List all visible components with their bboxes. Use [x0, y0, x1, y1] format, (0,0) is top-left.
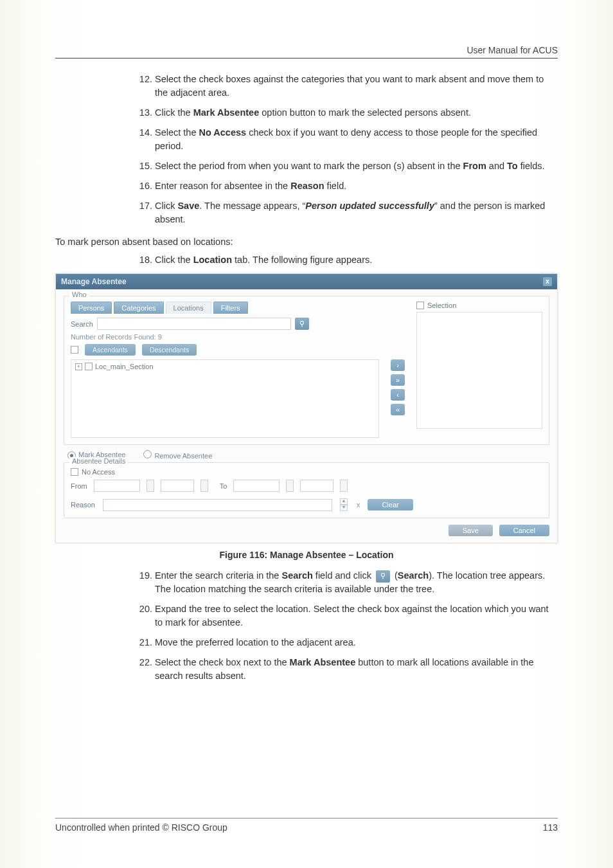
- t: field.: [324, 181, 347, 191]
- t: Expand the tree to select the location. …: [155, 604, 549, 628]
- who-fieldset: Who Persons Categories Locations Filters…: [64, 296, 549, 445]
- to-date-picker-icon[interactable]: [286, 480, 294, 492]
- b: Save: [177, 201, 199, 211]
- from-time-input[interactable]: [161, 480, 194, 492]
- step-19: Enter the search criteria in the Search …: [155, 569, 558, 596]
- tree-item-checkbox[interactable]: [85, 363, 93, 370]
- tab-persons[interactable]: Persons: [71, 302, 112, 314]
- search-icon: ⚲: [376, 570, 390, 583]
- step-21: Move the preferred location to the adjac…: [155, 636, 558, 649]
- b: No Access: [199, 127, 247, 138]
- reason-input[interactable]: [103, 499, 332, 511]
- close-icon[interactable]: x: [543, 277, 552, 286]
- absentee-details-fieldset: Absentee Details No Access From To: [64, 462, 549, 518]
- stepper-down-icon[interactable]: ▼: [340, 505, 348, 511]
- t: field and click: [313, 570, 374, 581]
- t: . The message appears, “: [199, 201, 305, 211]
- search-input[interactable]: [97, 318, 291, 330]
- b: Search: [398, 570, 429, 581]
- move-all-right-button[interactable]: »: [391, 374, 405, 386]
- step-12: Select the check boxes against the categ…: [155, 73, 558, 100]
- i: Person updated successfully: [305, 201, 434, 211]
- move-right-button[interactable]: ›: [391, 359, 405, 371]
- manage-absentee-window: Manage Absentee x Who Persons Categories…: [55, 273, 558, 543]
- t: Click the: [155, 255, 193, 265]
- search-label: Search: [71, 320, 93, 328]
- reason-stepper[interactable]: ▲ ▼: [340, 498, 348, 511]
- tab-categories[interactable]: Categories: [114, 302, 163, 314]
- from-date-input[interactable]: [94, 480, 140, 492]
- radio-label: Remove Absentee: [154, 452, 212, 460]
- tab-filters[interactable]: Filters: [213, 302, 248, 314]
- t: Click: [155, 201, 177, 211]
- ascendants-button[interactable]: Ascendants: [85, 344, 136, 356]
- to-time-stepper[interactable]: [340, 480, 348, 492]
- cancel-button[interactable]: Cancel: [499, 525, 549, 536]
- from-date-picker-icon[interactable]: [147, 480, 154, 492]
- step-16: Enter reason for absentee in the Reason …: [155, 179, 558, 193]
- save-button[interactable]: Save: [449, 525, 493, 536]
- t: Click the: [155, 107, 193, 118]
- footer-page-number: 113: [543, 822, 558, 833]
- transfer-arrows: › » ‹ «: [391, 302, 405, 438]
- to-label: To: [220, 482, 227, 490]
- expand-icon[interactable]: +: [75, 363, 82, 370]
- who-legend: Who: [69, 291, 89, 298]
- from-time-stepper[interactable]: [200, 480, 208, 492]
- figure-caption: Figure 116: Manage Absentee – Location: [55, 550, 558, 560]
- t: Select the period from when you want to …: [155, 161, 463, 171]
- selection-checkbox[interactable]: [416, 302, 424, 309]
- b: Search: [281, 570, 312, 581]
- step-13: Click the Mark Absentee option button to…: [155, 106, 558, 120]
- selection-list[interactable]: [416, 312, 542, 429]
- search-icon[interactable]: ⚲: [295, 318, 309, 330]
- move-left-button[interactable]: ‹: [391, 389, 405, 401]
- page-header: User Manual for ACUS: [55, 45, 558, 59]
- move-all-left-button[interactable]: «: [391, 404, 405, 415]
- para-locations: To mark person absent based on locations…: [55, 237, 558, 247]
- b: From: [463, 161, 486, 171]
- steps-19-22: Enter the search criteria in the Search …: [55, 569, 558, 683]
- t: Move the preferred location to the adjac…: [155, 637, 356, 647]
- to-date-input[interactable]: [233, 480, 280, 492]
- t: fields.: [518, 161, 545, 171]
- select-all-checkbox[interactable]: [71, 346, 78, 354]
- tree-item[interactable]: + Loc_main_Section: [75, 363, 375, 370]
- step-20: Expand the tree to select the location. …: [155, 602, 558, 629]
- step-18-list: Click the Location tab. The following fi…: [55, 253, 558, 267]
- radio-remove-absentee[interactable]: Remove Absentee: [143, 450, 212, 460]
- t: tab. The following figure appears.: [232, 255, 372, 265]
- to-time-input[interactable]: [300, 480, 333, 492]
- stepper-up-icon[interactable]: ▲: [340, 498, 348, 505]
- mult-icon: x: [357, 501, 360, 509]
- from-label: From: [71, 482, 87, 490]
- descendants-button[interactable]: Descendants: [142, 344, 197, 356]
- page-footer: Uncontrolled when printed © RISCO Group …: [55, 818, 558, 833]
- footer-left: Uncontrolled when printed © RISCO Group: [55, 822, 227, 833]
- location-tree[interactable]: + Loc_main_Section: [71, 359, 379, 438]
- no-access-checkbox[interactable]: [71, 468, 78, 476]
- t: Enter reason for absentee in the: [155, 181, 290, 191]
- b: Mark Absentee: [193, 107, 260, 118]
- tab-locations[interactable]: Locations: [166, 302, 211, 314]
- t: option button to mark the selected perso…: [259, 107, 471, 118]
- b: To: [507, 161, 518, 171]
- steps-12-17: Select the check boxes against the categ…: [55, 73, 558, 226]
- records-found-label: Number of Records Found: 9: [71, 333, 379, 341]
- clear-button[interactable]: Clear: [368, 499, 413, 511]
- step-18: Click the Location tab. The following fi…: [155, 253, 558, 267]
- window-titlebar: Manage Absentee x: [56, 274, 557, 289]
- tree-item-label: Loc_main_Section: [95, 363, 154, 370]
- step-22: Select the check box next to the Mark Ab…: [155, 656, 558, 683]
- details-legend: Absentee Details: [69, 457, 128, 465]
- b: Location: [193, 255, 232, 265]
- t: Enter the search criteria in the: [155, 570, 281, 581]
- reason-label: Reason: [71, 501, 95, 509]
- step-14: Select the No Access check box if you wa…: [155, 126, 558, 153]
- t: Select the: [155, 127, 199, 138]
- step-text: Select the check boxes against the categ…: [155, 74, 544, 98]
- b: Reason: [290, 181, 324, 191]
- b: Mark Absentee: [290, 657, 356, 667]
- step-17: Click Save. The message appears, “Person…: [155, 199, 558, 226]
- t: Select the check box next to the: [155, 657, 290, 667]
